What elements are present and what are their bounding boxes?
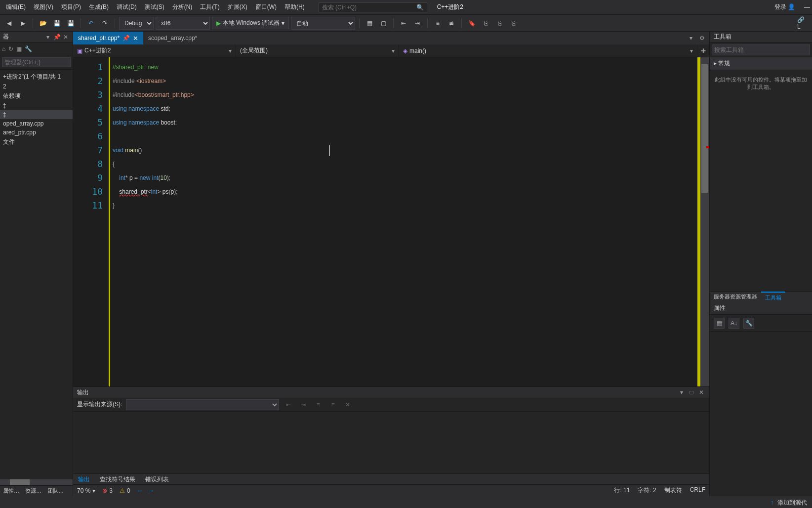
solution-search-input[interactable] xyxy=(2,57,71,67)
close-icon[interactable]: ✕ xyxy=(697,389,705,396)
back-button[interactable]: ◀ xyxy=(3,17,15,29)
chevron-down-icon[interactable]: ▾ xyxy=(44,34,52,41)
global-search[interactable]: 🔍 xyxy=(319,2,427,12)
tree-node[interactable]: ared_ptr.cpp xyxy=(0,128,73,137)
vertical-scrollbar[interactable] xyxy=(700,57,709,386)
menu-view[interactable]: 视图(V) xyxy=(30,1,57,13)
undo-button[interactable]: ↶ xyxy=(85,17,97,29)
menu-extensions[interactable]: 扩展(X) xyxy=(224,1,251,13)
toolbox-section-general[interactable]: ▸ 常规 xyxy=(710,57,812,70)
tab-error-list[interactable]: 错误列表 xyxy=(140,474,174,484)
categorize-icon[interactable]: ▦ xyxy=(714,318,725,329)
output-btn-4[interactable]: ≡ xyxy=(327,399,338,410)
close-icon[interactable]: ✕ xyxy=(62,34,70,41)
menu-debug[interactable]: 调试(D) xyxy=(113,1,141,13)
chevron-down-icon: ▾ xyxy=(282,20,284,27)
prev-button[interactable]: ← xyxy=(137,487,143,494)
forward-button[interactable]: ▶ xyxy=(17,17,29,29)
menu-window[interactable]: 窗口(W) xyxy=(251,1,281,13)
menu-help[interactable]: 帮助(H) xyxy=(281,1,309,13)
split-icon[interactable]: ✚ xyxy=(697,44,709,57)
upload-icon[interactable]: ↑ xyxy=(771,499,773,506)
tree-node[interactable]: ‡ xyxy=(0,110,73,119)
close-icon[interactable]: ✕ xyxy=(133,35,138,42)
toolbox-search-input[interactable] xyxy=(712,44,810,55)
login-button[interactable]: 登录 👤 xyxy=(771,1,799,13)
auto-select[interactable]: 自动 xyxy=(291,17,355,30)
menu-edit[interactable]: 编辑(E) xyxy=(2,1,30,13)
tree-node[interactable]: ‡ xyxy=(0,101,73,110)
zoom-control[interactable]: 70 % ▾ xyxy=(77,487,95,494)
tab-toolbox[interactable]: 工具箱 xyxy=(761,292,785,302)
toolbar-btn-3[interactable]: ⎘ xyxy=(480,17,491,29)
nav-scope[interactable]: (全局范围) ▾ xyxy=(236,44,399,57)
code-editor[interactable]: 1234567891011 //shared_ptr new#include <… xyxy=(73,57,709,386)
share-button[interactable]: 🔗 L xyxy=(797,17,809,29)
tab-shared-ptr[interactable]: shared_ptr.cpp* 📌 ✕ xyxy=(73,32,143,44)
minimize-icon[interactable]: — xyxy=(804,4,810,11)
chevron-down-icon[interactable]: ▾ xyxy=(678,389,686,396)
tab-server-explorer[interactable]: 服务器资源管理器 xyxy=(710,292,761,302)
wrench-icon[interactable]: 🔧 xyxy=(743,318,754,329)
config-select[interactable]: Debug xyxy=(119,17,154,30)
toolbar-btn-2[interactable]: ▢ xyxy=(377,17,389,29)
tree-node[interactable]: oped_array.cpp xyxy=(0,119,73,128)
status-line: 行: 11 xyxy=(614,486,630,495)
tree-node[interactable]: 2 xyxy=(0,82,73,91)
menu-build[interactable]: 生成(B) xyxy=(85,1,113,13)
nav-project[interactable]: ▣ C++进阶2 ▾ xyxy=(73,44,236,57)
tab-find-symbol[interactable]: 查找符号结果 xyxy=(95,474,140,484)
solution-explorer: 器 ▾ 📌 ✕ ⌂ ↻ ▦ 🔧 +进阶2"(1 个项目/共 1 2 依赖项 ‡ … xyxy=(0,32,73,496)
uncomment-button[interactable]: ≢ xyxy=(446,17,457,29)
home-icon[interactable]: ⌂ xyxy=(2,45,5,52)
tab-resources[interactable]: 资源… xyxy=(22,486,44,496)
save-button[interactable]: 💾 xyxy=(51,17,63,29)
toolbar-btn-5[interactable]: ⎘ xyxy=(507,17,519,29)
run-button[interactable]: ▶ 本地 Windows 调试器 ▾ xyxy=(212,17,289,29)
maximize-icon[interactable]: □ xyxy=(688,389,695,396)
pin-icon[interactable]: 📌 xyxy=(122,35,130,42)
tab-scoped-array[interactable]: scoped_array.cpp* xyxy=(143,32,202,44)
menu-analyze[interactable]: 分析(N) xyxy=(168,1,197,13)
toolbar-btn-1[interactable]: ▦ xyxy=(364,17,375,29)
indent-out-button[interactable]: ⇤ xyxy=(398,17,409,29)
warning-count[interactable]: ⚠ 0 xyxy=(120,487,130,494)
add-to-source[interactable]: 添加到源代 xyxy=(777,499,807,507)
menu-project[interactable]: 项目(P) xyxy=(57,1,85,13)
nav-function[interactable]: ◈ main() ▾ xyxy=(399,44,697,57)
redo-button[interactable]: ↷ xyxy=(99,17,111,29)
indent-in-button[interactable]: ⇥ xyxy=(411,17,423,29)
bookmark-button[interactable]: 🔖 xyxy=(466,17,478,29)
tab-properties[interactable]: 属性… xyxy=(0,486,22,496)
error-count[interactable]: ⊗ 3 xyxy=(102,487,113,494)
menu-test[interactable]: 测试(S) xyxy=(141,1,168,13)
toolbar-btn-4[interactable]: ⎘ xyxy=(493,17,505,29)
open-button[interactable]: 📂 xyxy=(37,17,49,29)
tab-team[interactable]: 团队… xyxy=(44,486,67,496)
show-all-icon[interactable]: ▦ xyxy=(16,45,22,52)
platform-select[interactable]: x86 xyxy=(156,17,210,30)
global-search-input[interactable] xyxy=(322,4,416,11)
refresh-icon[interactable]: ↻ xyxy=(8,45,13,52)
tree-node[interactable]: +进阶2"(1 个项目/共 1 xyxy=(0,72,73,82)
comment-button[interactable]: ≡ xyxy=(432,17,444,29)
solution-tree[interactable]: +进阶2"(1 个项目/共 1 2 依赖项 ‡ ‡ oped_array.cpp… xyxy=(0,70,73,479)
chevron-down-icon[interactable]: ▾ xyxy=(687,35,695,42)
tree-node[interactable]: 依赖项 xyxy=(0,91,73,101)
output-btn-2[interactable]: ⇥ xyxy=(298,399,309,410)
tab-output[interactable]: 输出 xyxy=(73,474,95,484)
gear-icon[interactable]: ⚙ xyxy=(697,35,706,42)
next-button[interactable]: → xyxy=(148,487,154,494)
output-btn-3[interactable]: ≡ xyxy=(313,399,324,410)
output-btn-1[interactable]: ⇤ xyxy=(283,399,294,410)
properties-icon[interactable]: 🔧 xyxy=(25,45,32,52)
save-all-button[interactable]: 💾 xyxy=(65,17,77,29)
output-body[interactable] xyxy=(73,412,709,473)
menu-tools[interactable]: 工具(T) xyxy=(196,1,223,13)
sidebar-scrollbar[interactable] xyxy=(0,479,73,485)
tree-node[interactable]: 文件 xyxy=(0,137,73,147)
alpha-icon[interactable]: A↓ xyxy=(729,318,739,329)
output-source-select[interactable] xyxy=(126,399,279,410)
pin-icon[interactable]: 📌 xyxy=(53,34,61,41)
output-clear-button[interactable]: ✕ xyxy=(342,399,353,410)
